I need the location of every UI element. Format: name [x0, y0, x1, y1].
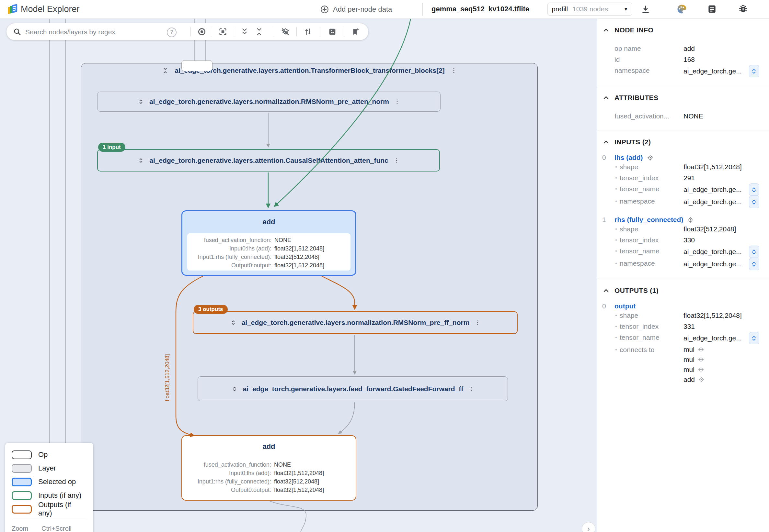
attr-key: fused_activation...: [615, 111, 684, 122]
node-menu-icon[interactable]: [394, 98, 400, 105]
model-explorer-app: Model Explorer Add per-node data gemma_s…: [0, 0, 769, 532]
attr-key: fused_activation_function:: [190, 460, 271, 469]
locate-icon[interactable]: [687, 216, 694, 223]
attributes-header[interactable]: ATTRIBUTES: [597, 94, 769, 102]
attr-value: NONE: [684, 111, 703, 122]
node-info-header[interactable]: NODE INFO: [597, 26, 769, 34]
attr-value: float32[1,512,2048]: [274, 486, 348, 494]
node-menu-icon[interactable]: [474, 319, 480, 326]
locate-icon[interactable]: [647, 154, 654, 161]
node-causal-self-attention[interactable]: ai_edge_torch.generative.layers.attentio…: [97, 149, 440, 172]
dropdown-caret-icon: ▼: [624, 6, 628, 12]
panel-collapse-button[interactable]: ›: [582, 522, 596, 532]
info-value: add: [684, 43, 695, 54]
outputs-header[interactable]: OUTPUTS (1): [597, 287, 769, 294]
connects-to-target[interactable]: add: [684, 374, 705, 384]
truncated-value: ai_edge_torch.ge...: [684, 259, 742, 270]
plus-circle-icon: [320, 5, 329, 14]
expand-node-icon[interactable]: [231, 386, 238, 392]
report-bug-button[interactable]: [737, 3, 749, 15]
zoom-to-fit-button[interactable]: [217, 26, 229, 38]
node-gated-feed-forward[interactable]: ai_edge_torch.generative.layers.feed_for…: [198, 376, 508, 401]
output-name-link[interactable]: output: [615, 302, 636, 310]
legend-hint-zoom: Zoom Ctrl+Scroll: [12, 523, 87, 532]
vertical-layout-button[interactable]: [302, 26, 314, 38]
truncated-value: ai_edge_torch.ge...: [684, 184, 742, 195]
locate-icon[interactable]: [698, 366, 704, 373]
attr-value: float32[1,512,2048]: [274, 244, 347, 253]
attr-row: fused_activation... NONE: [597, 111, 769, 122]
docs-button[interactable]: [706, 3, 718, 15]
attr-value: NONE: [274, 460, 348, 469]
op-title: add: [182, 218, 355, 226]
connects-to-target[interactable]: mul: [684, 354, 705, 364]
graph-canvas[interactable]: ai_edge_torch.generative.layers.attentio…: [0, 18, 597, 532]
expand-value-button[interactable]: [749, 332, 759, 344]
io-key: shape: [620, 224, 684, 235]
chevron-up-icon: [602, 94, 610, 102]
info-row: id 168: [597, 54, 769, 65]
expand-value-button[interactable]: [749, 65, 759, 77]
double-chevron-down-icon: [240, 28, 249, 36]
expand-value-button[interactable]: [749, 183, 759, 196]
expand-value-button[interactable]: [749, 246, 759, 258]
input-name-link[interactable]: rhs (fully_connected): [615, 216, 683, 224]
search-icon: [13, 28, 21, 36]
bookmark-button[interactable]: [350, 26, 361, 38]
partial-node: [181, 60, 213, 71]
download-button[interactable]: [640, 4, 651, 15]
chevron-right-icon: ›: [587, 524, 590, 532]
op-title: add: [182, 442, 356, 451]
node-add-output[interactable]: add fused_activation_function:NONE Input…: [181, 435, 356, 501]
truncated-value: ai_edge_torch.ge...: [684, 196, 742, 207]
layer-header[interactable]: ai_edge_torch.generative.layers.attentio…: [81, 67, 537, 74]
node-rmsnorm-pre-atten-norm[interactable]: ai_edge_torch.generative.layers.normaliz…: [97, 92, 440, 112]
snapshot-button[interactable]: [327, 26, 338, 38]
inputs-header[interactable]: INPUTS (2): [597, 138, 769, 146]
locate-icon[interactable]: [698, 356, 704, 363]
expand-node-icon[interactable]: [138, 98, 144, 105]
section-title: NODE INFO: [615, 26, 653, 34]
io-value: float32[512,2048]: [684, 224, 736, 235]
node-menu-icon[interactable]: [394, 157, 399, 164]
io-key: shape: [620, 161, 684, 172]
input-name-link[interactable]: lhs (add): [615, 154, 643, 161]
io-key: shape: [620, 310, 684, 321]
locate-icon[interactable]: [698, 376, 705, 383]
chevron-up-icon: [602, 287, 610, 294]
toggle-visibility-button[interactable]: [196, 26, 208, 38]
expand-value-button[interactable]: [749, 258, 759, 270]
bookmark-add-icon: [351, 28, 360, 36]
flatten-layers-button[interactable]: [280, 26, 291, 38]
expand-node-icon[interactable]: [138, 157, 144, 164]
layer-menu-icon[interactable]: [451, 67, 457, 74]
info-row: namespace ai_edge_torch.ge...: [597, 65, 769, 77]
attr-key: Output0:output:: [190, 486, 271, 494]
node-rmsnorm-pre-ff-norm[interactable]: ai_edge_torch.generative.layers.normaliz…: [193, 311, 518, 334]
inputs-swatch: [12, 491, 32, 500]
theme-palette-button[interactable]: [676, 3, 688, 15]
graph-selector-dropdown[interactable]: prefill 1039 nodes ▼: [547, 3, 632, 16]
expand-value-button[interactable]: [749, 196, 759, 208]
expand-node-icon[interactable]: [230, 319, 237, 326]
attr-key: Output0:output:: [190, 261, 272, 270]
collapse-layer-icon[interactable]: [161, 67, 169, 74]
search-input[interactable]: [25, 26, 149, 38]
node-menu-icon[interactable]: [468, 386, 474, 392]
download-icon: [641, 5, 651, 14]
info-row: op name add: [597, 43, 769, 54]
eye-icon: [197, 27, 206, 36]
io-value: ai_edge_torch.ge...: [684, 196, 759, 208]
attr-value: float32[1,512,2048]: [274, 469, 348, 477]
node-title: ai_edge_torch.generative.layers.normaliz…: [149, 98, 389, 105]
section-title: OUTPUTS (1): [615, 287, 659, 294]
collapse-all-layers-button[interactable]: [253, 26, 265, 38]
connects-to-target[interactable]: mul: [684, 364, 705, 374]
node-add-selected[interactable]: add fused_activation_function:NONE Input…: [181, 210, 356, 276]
expand-all-layers-button[interactable]: [239, 26, 251, 38]
truncated-value: ai_edge_torch.ge...: [684, 246, 742, 257]
connects-to-target[interactable]: mul: [684, 344, 705, 354]
add-per-node-data-button[interactable]: Add per-node data: [320, 3, 392, 16]
search-help-icon[interactable]: ?: [167, 28, 176, 37]
locate-icon[interactable]: [698, 346, 704, 353]
